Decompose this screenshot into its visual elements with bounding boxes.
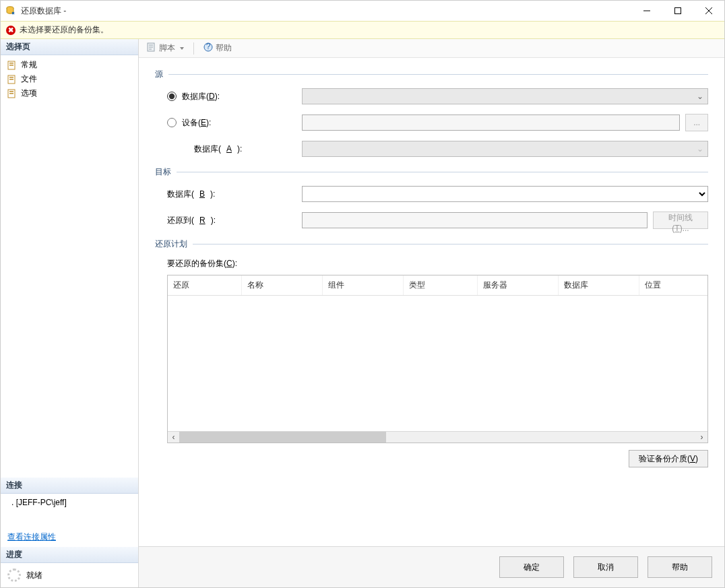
source-header: 源 <box>155 69 168 80</box>
col-restore: 还原 <box>168 275 242 295</box>
sidebar-item-files[interactable]: 文件 <box>1 72 138 86</box>
col-name: 名称 <box>242 275 323 295</box>
horizontal-scrollbar[interactable]: ‹ › <box>168 431 707 443</box>
spinner-icon <box>7 568 21 582</box>
col-server: 服务器 <box>478 275 559 295</box>
verify-backup-media-button[interactable]: 验证备份介质(V) <box>629 450 708 467</box>
svg-rect-12 <box>9 91 13 92</box>
col-type: 类型 <box>404 275 478 295</box>
target-group: 目标 数据库(B): 还原到(R): <box>155 166 708 229</box>
script-label: 脚本 <box>159 42 175 54</box>
source-device-label: 设备(E): <box>182 117 211 129</box>
table-body <box>168 296 707 431</box>
dialog-footer: 确定 取消 帮助 <box>139 546 724 587</box>
source-device-input <box>302 115 680 131</box>
timeline-button[interactable]: 时间线(T)... <box>653 211 708 229</box>
groupbox-line <box>193 244 708 244</box>
ok-button[interactable]: 确定 <box>499 556 564 578</box>
source-device-radio-input[interactable] <box>167 118 177 127</box>
page-icon <box>7 61 17 70</box>
cancel-button[interactable]: 取消 <box>573 556 638 578</box>
scroll-left-icon[interactable]: ‹ <box>168 432 179 443</box>
sidebar: 选择页 常规 文件 选项 连接 . [JEFF-PC\jeff] <box>1 39 139 587</box>
target-database-label: 数据库(B): <box>167 189 295 200</box>
db-restore-icon <box>6 5 17 16</box>
source-database-label: 数据库(D): <box>182 91 220 102</box>
dialog-body: 选择页 常规 文件 选项 连接 . [JEFF-PC\jeff] <box>1 39 724 587</box>
svg-rect-10 <box>9 79 13 80</box>
source-device-db-label: 数据库(A): <box>194 143 295 155</box>
svg-rect-2 <box>675 8 681 14</box>
target-header: 目标 <box>155 166 177 178</box>
page-icon <box>7 89 17 98</box>
restore-plan-group: 还原计划 要还原的备份集(C): 还原 名称 组件 类型 服务器 <box>155 238 708 467</box>
connection-info: . [JEFF-PC\jeff] <box>1 494 138 511</box>
window-title: 还原数据库 - <box>21 5 631 17</box>
source-database-radio-input[interactable] <box>167 92 177 101</box>
source-database-radio[interactable]: 数据库(D): <box>167 91 295 102</box>
view-connection-properties-link[interactable]: 查看连接属性 <box>1 527 138 547</box>
help-icon: ? <box>203 42 213 54</box>
error-icon: ✖ <box>6 26 15 35</box>
scroll-thumb[interactable] <box>179 432 386 443</box>
sidebar-item-label: 选项 <box>21 88 37 99</box>
svg-text:?: ? <box>206 42 211 51</box>
groupbox-line <box>168 74 708 75</box>
progress-label: 就绪 <box>26 570 42 581</box>
error-banner: ✖ 未选择要还原的备份集。 <box>1 21 724 39</box>
col-component: 组件 <box>323 275 404 295</box>
source-database-combo[interactable]: ⌄ <box>302 88 708 104</box>
svg-rect-9 <box>9 77 13 78</box>
page-icon <box>7 75 17 84</box>
svg-rect-6 <box>9 63 13 64</box>
close-button[interactable] <box>693 1 724 21</box>
connection-value: . [JEFF-PC\jeff] <box>11 498 67 507</box>
help-button[interactable]: ? 帮助 <box>199 41 236 55</box>
error-message: 未选择要还原的备份集。 <box>20 24 108 36</box>
restore-to-input <box>302 212 648 228</box>
progress-header: 进度 <box>1 547 138 563</box>
chevron-down-icon <box>180 47 184 50</box>
svg-rect-7 <box>9 65 13 66</box>
script-icon <box>147 42 156 54</box>
source-group: 源 数据库(D): ⌄ <box>155 69 708 157</box>
progress-row: 就绪 <box>1 563 138 587</box>
maximize-button[interactable] <box>662 1 693 21</box>
svg-rect-13 <box>9 93 13 94</box>
sidebar-item-label: 文件 <box>21 73 37 85</box>
restore-database-window: 还原数据库 - ✖ 未选择要还原的备份集。 选择页 常规 文件 <box>0 0 725 588</box>
script-button[interactable]: 脚本 <box>143 41 188 55</box>
col-database: 数据库 <box>559 275 639 295</box>
scroll-track[interactable] <box>179 432 696 443</box>
source-device-db-combo: ⌄ <box>302 141 708 157</box>
connection-header: 连接 <box>1 478 138 494</box>
main-panel: 脚本 ? 帮助 源 <box>139 39 724 587</box>
col-position: 位置 <box>639 275 707 295</box>
plan-header: 还原计划 <box>155 238 193 250</box>
select-page-header: 选择页 <box>1 39 138 55</box>
table-header: 还原 名称 组件 类型 服务器 数据库 位置 <box>168 275 707 296</box>
content-area: 源 数据库(D): ⌄ <box>139 58 724 546</box>
sidebar-item-label: 常规 <box>21 59 37 71</box>
backup-sets-table[interactable]: 还原 名称 组件 类型 服务器 数据库 位置 ‹ <box>167 275 708 443</box>
backup-sets-label: 要还原的备份集(C): <box>167 258 708 269</box>
page-list: 常规 文件 选项 <box>1 55 138 103</box>
target-database-combo[interactable] <box>302 186 708 202</box>
scroll-right-icon[interactable]: › <box>696 432 707 443</box>
help-label: 帮助 <box>216 42 232 54</box>
minimize-button[interactable] <box>631 1 662 21</box>
browse-device-button[interactable]: ... <box>685 114 708 131</box>
toolbar: 脚本 ? 帮助 <box>139 39 724 58</box>
sidebar-item-general[interactable]: 常规 <box>1 58 138 72</box>
source-device-radio[interactable]: 设备(E): <box>167 117 295 129</box>
restore-to-label: 还原到(R): <box>167 215 295 226</box>
sidebar-item-options[interactable]: 选项 <box>1 86 138 100</box>
titlebar: 还原数据库 - <box>1 1 724 21</box>
help-button-footer[interactable]: 帮助 <box>648 556 712 578</box>
groupbox-line <box>177 172 708 172</box>
toolbar-separator <box>193 42 194 55</box>
